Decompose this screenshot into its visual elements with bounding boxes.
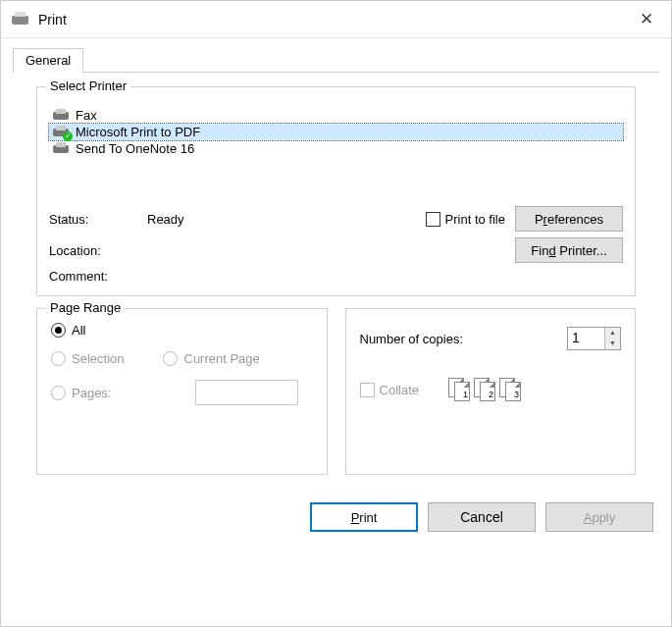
- print-to-file-checkbox[interactable]: Print to file: [426, 212, 505, 227]
- tab-general[interactable]: General: [13, 48, 83, 73]
- radio-selection: Selection: [51, 351, 124, 366]
- printer-icon: [52, 109, 70, 122]
- close-button[interactable]: ✕: [632, 9, 661, 29]
- apply-button: Apply: [545, 502, 653, 532]
- print-to-file-label: Print to file: [445, 212, 505, 227]
- tab-content: Select Printer Fax✓Microsoft Print to PD…: [13, 73, 659, 481]
- checkbox-icon: [426, 212, 440, 227]
- tab-strip: General: [13, 48, 659, 73]
- cancel-button[interactable]: Cancel: [428, 502, 536, 532]
- printer-icon: ✓: [52, 126, 70, 138]
- find-printer-button[interactable]: Find Printer...: [515, 237, 623, 263]
- page-range-group: Page Range All Selection Current Page: [36, 308, 328, 475]
- print-button[interactable]: Print: [310, 502, 418, 532]
- radio-icon: [51, 351, 66, 366]
- printer-list[interactable]: Fax✓Microsoft Print to PDFSend To OneNot…: [49, 107, 623, 157]
- dialog-footer: Print Cancel Apply: [1, 481, 671, 532]
- checkbox-icon: [360, 383, 375, 397]
- status-label: Status:: [49, 212, 147, 227]
- copies-label: Number of copies:: [360, 332, 464, 346]
- copies-group: Number of copies: 1 ▲▼ Collate 112233: [345, 308, 637, 475]
- select-printer-legend: Select Printer: [46, 78, 130, 93]
- printer-icon: [52, 142, 70, 155]
- printer-name: Microsoft Print to PDF: [76, 125, 200, 139]
- status-value: Ready: [147, 212, 353, 227]
- printer-app-icon: [11, 12, 30, 26]
- printer-item[interactable]: Fax: [49, 107, 623, 124]
- printer-item[interactable]: ✓Microsoft Print to PDF: [49, 124, 623, 140]
- print-dialog: Print ✕ General Select Printer Fax✓Micro…: [0, 0, 672, 627]
- radio-current-page: Current Page: [163, 351, 259, 366]
- collate-checkbox: Collate: [360, 383, 419, 397]
- radio-icon: [51, 386, 66, 400]
- radio-icon: [163, 351, 178, 366]
- printer-name: Send To OneNote 16: [76, 141, 194, 156]
- titlebar: Print ✕: [1, 1, 671, 38]
- radio-all[interactable]: All: [51, 323, 313, 338]
- location-label: Location:: [49, 243, 147, 258]
- comment-label: Comment:: [49, 269, 147, 284]
- printer-name: Fax: [76, 108, 97, 123]
- window-title: Print: [38, 12, 67, 27]
- radio-icon: [51, 323, 66, 338]
- pages-input: [195, 380, 298, 405]
- radio-pages: Pages:: [51, 380, 313, 405]
- printer-item[interactable]: Send To OneNote 16: [49, 140, 623, 157]
- spinner-up-icon[interactable]: ▲: [605, 328, 620, 339]
- preferences-button[interactable]: Preferences: [515, 206, 623, 232]
- copies-spinner[interactable]: 1 ▲▼: [567, 327, 621, 350]
- page-range-legend: Page Range: [46, 300, 125, 315]
- select-printer-group: Select Printer Fax✓Microsoft Print to PD…: [36, 86, 636, 296]
- spinner-down-icon[interactable]: ▼: [605, 339, 620, 349]
- collate-preview-icon: 112233: [448, 378, 524, 401]
- copies-value: 1: [568, 328, 604, 349]
- tab-area: General Select Printer Fax✓Microsoft Pri…: [1, 38, 671, 481]
